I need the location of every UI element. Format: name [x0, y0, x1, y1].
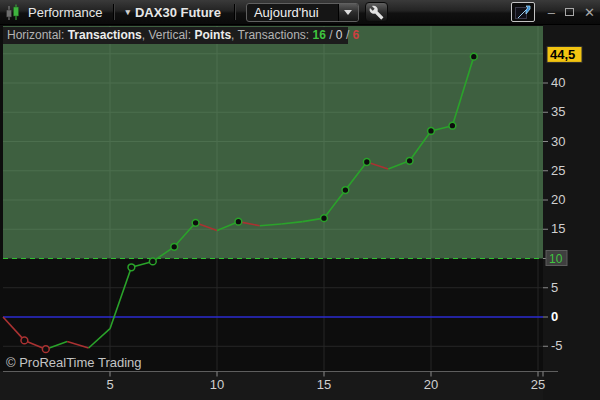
trade-marker[interactable] [192, 219, 199, 226]
trade-marker[interactable] [406, 157, 413, 164]
trade-marker[interactable] [321, 215, 328, 222]
performance-window: Performance ▾ DAX30 Future Aujourd'hui –… [0, 0, 600, 400]
maximize-button[interactable] [565, 8, 574, 16]
y-tick-label: 30 [551, 134, 565, 149]
wrench-icon [369, 5, 384, 20]
equity-segment [110, 267, 131, 328]
trade-marker[interactable] [449, 122, 456, 129]
y-tick-label: 35 [551, 104, 565, 119]
transactions-count-label: Transactions: [238, 28, 313, 42]
equity-segment [3, 317, 24, 340]
equity-curve-chart[interactable]: 510152025-5051015202530354044,5 [0, 25, 600, 400]
trade-marker[interactable] [171, 243, 178, 250]
period-select[interactable]: Aujourd'hui [246, 3, 359, 22]
x-axis-gutter [0, 371, 543, 400]
detach-window-icon [515, 5, 531, 19]
y-tick-label: 20 [551, 192, 565, 207]
current-value-label: 44,5 [550, 47, 575, 62]
minimize-button[interactable]: – [548, 0, 555, 25]
close-button[interactable]: ✕ [584, 0, 595, 25]
chart-area: 510152025-5051015202530354044,5 Horizont… [0, 25, 600, 400]
trade-marker[interactable] [428, 128, 435, 135]
chevron-down-icon [344, 10, 352, 15]
copyright-text: © ProRealTime Trading [6, 355, 142, 370]
y-tick-label: -5 [551, 338, 563, 353]
trade-marker[interactable] [363, 159, 370, 166]
y-tick-label: 0 [551, 309, 558, 324]
detach-window-button[interactable] [511, 2, 535, 22]
toolbar-separator [234, 4, 236, 20]
y-tick-label: 5 [551, 280, 558, 295]
y-tick-label: 25 [551, 163, 565, 178]
settings-button[interactable] [365, 2, 388, 22]
instrument-dropdown[interactable]: ▾ DAX30 Future [118, 5, 231, 20]
toolbar-separator [113, 4, 115, 20]
x-tick-label: 25 [531, 377, 545, 392]
x-tick-label: 15 [317, 377, 331, 392]
neutral-transactions-count: 0 [336, 28, 343, 42]
winning-transactions-count: 16 [312, 28, 325, 42]
toolbar: Performance ▾ DAX30 Future Aujourd'hui –… [0, 0, 600, 25]
trade-marker[interactable] [42, 346, 49, 353]
period-select-arrow-button[interactable] [338, 4, 358, 21]
trade-marker[interactable] [235, 218, 242, 225]
x-tick-label: 10 [210, 377, 224, 392]
trade-marker[interactable] [470, 53, 477, 60]
threshold-label: 10 [549, 252, 563, 266]
equity-segment [67, 342, 88, 348]
trade-marker[interactable] [149, 258, 156, 265]
panel-title: Performance [26, 5, 110, 20]
separator: / [343, 28, 353, 42]
candlestick-chart-icon [5, 4, 21, 21]
y-tick-label: 40 [551, 75, 565, 90]
chart-info-bar: Horizontal: Transactions, Vertical: Poin… [3, 27, 348, 44]
vertical-axis-label: Vertical: [148, 28, 194, 42]
equity-segment [89, 329, 110, 348]
horizontal-axis-value: Transactions [68, 28, 142, 42]
chevron-down-icon: ▾ [125, 7, 130, 17]
trade-marker[interactable] [342, 187, 349, 194]
trade-marker[interactable] [128, 264, 135, 271]
profit-zone [3, 26, 543, 259]
instrument-dropdown-label: DAX30 Future [135, 5, 221, 20]
losing-transactions-count: 6 [353, 28, 360, 42]
vertical-axis-value: Points [194, 28, 231, 42]
trade-marker[interactable] [21, 337, 28, 344]
y-tick-label: 15 [551, 221, 565, 236]
period-select-value: Aujourd'hui [247, 5, 338, 20]
x-tick-label: 5 [106, 377, 113, 392]
separator: / [326, 28, 336, 42]
horizontal-axis-label: Horizontal: [7, 28, 68, 42]
x-tick-label: 20 [424, 377, 438, 392]
